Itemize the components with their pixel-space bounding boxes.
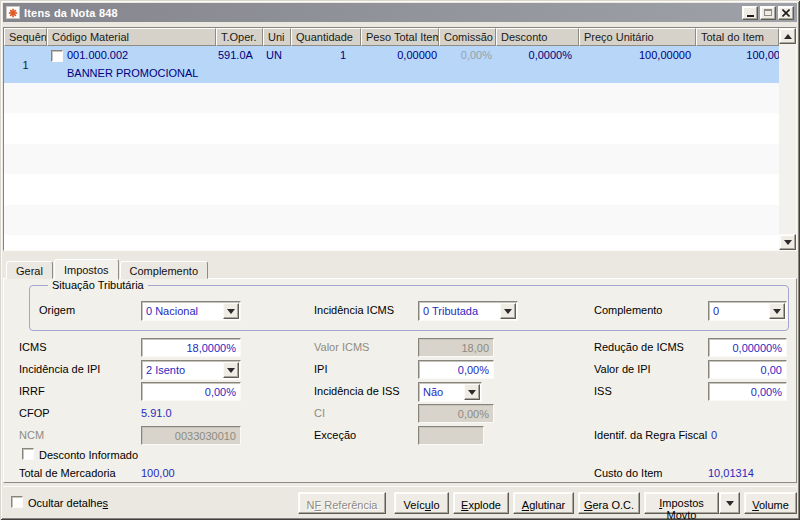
incidencia-iss-value: Não <box>423 386 463 398</box>
complemento-value: 0 <box>713 305 768 317</box>
chevron-down-icon <box>227 309 235 314</box>
incidencia-icms-combo[interactable]: 0 Tributada <box>418 301 518 321</box>
incidencia-iss-combo-button[interactable] <box>464 384 480 400</box>
items-grid: Sequência Código Material T.Oper. Uni Qu… <box>3 27 797 251</box>
chevron-down-icon <box>726 501 734 506</box>
column-header-total-item[interactable]: Total do Item <box>696 28 779 46</box>
incidencia-iss-combo[interactable]: Não <box>418 382 482 402</box>
minimize-icon <box>747 15 754 17</box>
reducao-icms-input[interactable] <box>708 338 787 357</box>
maximize-icon <box>764 9 772 16</box>
reducao-icms-label: Redução de ICMS <box>594 341 684 353</box>
scroll-up-button[interactable] <box>779 28 796 44</box>
column-header-preco-unitario[interactable]: Preço Unitário <box>579 28 696 46</box>
dialog-itens-da-nota: Itens da Nota 848 Sequência Código Mater… <box>0 0 800 520</box>
tab-geral[interactable]: Geral <box>6 261 53 279</box>
impostos-movto-button[interactable]: Impostos Movto <box>644 492 719 514</box>
incidencia-iss-label: Incidência de ISS <box>314 385 400 397</box>
iss-input[interactable] <box>708 382 787 401</box>
incidencia-icms-value: 0 Tributada <box>423 305 499 317</box>
close-icon <box>782 9 790 17</box>
origem-value: 0 Nacional <box>146 305 222 317</box>
regra-fiscal-label: Identif. da Regra Fiscal <box>594 429 707 441</box>
incidencia-ipi-combo[interactable]: 2 Isento <box>141 360 241 380</box>
incidencia-ipi-value: 2 Isento <box>146 364 222 376</box>
desconto-informado-checkbox[interactable] <box>22 448 34 460</box>
column-header-uni[interactable]: Uni <box>263 28 291 46</box>
tab-impostos[interactable]: Impostos <box>54 259 119 280</box>
ocultar-detalhes-checkbox[interactable] <box>11 496 23 508</box>
explode-button[interactable]: Explode <box>453 492 509 514</box>
row-checkbox[interactable] <box>51 50 63 62</box>
valor-ipi-label: Valor de IPI <box>594 363 651 375</box>
cell-sequencia: 1 <box>4 46 47 83</box>
origem-label: Origem <box>39 304 75 316</box>
complemento-label: Complemento <box>594 304 662 316</box>
cell-preco-unitario: 100,00000 <box>581 49 691 61</box>
group-title: Situação Tributária <box>48 279 148 291</box>
column-header-peso-total[interactable]: Peso Total Item <box>361 28 439 46</box>
chevron-down-icon <box>504 309 512 314</box>
volume-button[interactable]: Volume <box>744 492 797 514</box>
cell-desconto: 0,0000% <box>498 49 572 61</box>
impostos-movto-dropdown-button[interactable] <box>719 492 740 514</box>
cell-comissao: 0,00% <box>441 49 492 61</box>
scroll-down-button[interactable] <box>779 234 796 250</box>
vertical-scrollbar[interactable] <box>779 28 796 250</box>
icms-label: ICMS <box>19 341 47 353</box>
cell-total-item: 100,00 <box>694 49 780 61</box>
tab-complemento[interactable]: Complemento <box>120 261 208 279</box>
irrf-input[interactable] <box>141 382 241 401</box>
irrf-label: IRRF <box>19 385 45 397</box>
chevron-down-icon <box>227 368 235 373</box>
grid-empty-area <box>4 83 779 250</box>
minimize-button[interactable] <box>742 6 758 20</box>
ncm-input <box>141 426 241 445</box>
valor-ipi-input[interactable] <box>708 360 787 379</box>
ocultar-detalhes-label: Ocultar detalhes <box>28 497 108 509</box>
iss-label: ISS <box>594 385 612 397</box>
grid-header: Sequência Código Material T.Oper. Uni Qu… <box>4 28 779 46</box>
total-mercadoria-label: Total de Mercadoria <box>19 467 116 479</box>
cell-peso-total: 0,00000 <box>363 49 437 61</box>
incidencia-ipi-combo-button[interactable] <box>223 362 239 378</box>
column-header-toper[interactable]: T.Oper. <box>216 28 263 46</box>
title-bar[interactable]: Itens da Nota 848 <box>3 3 797 22</box>
table-row[interactable]: 1 001.000.002 BANNER PROMOCIONAL 591.0A … <box>4 46 779 83</box>
custo-item-value: 10,01314 <box>708 467 754 479</box>
window-title: Itens da Nota 848 <box>24 7 740 19</box>
maximize-button[interactable] <box>760 6 776 20</box>
cell-toper: 591.0A <box>218 49 253 61</box>
column-header-sequencia[interactable]: Sequência <box>4 28 47 46</box>
origem-combo-button[interactable] <box>223 303 239 319</box>
column-header-comissao[interactable]: Comissão <box>439 28 496 46</box>
valor-icms-input <box>418 338 494 357</box>
ci-label: CI <box>314 407 325 419</box>
column-header-codigo-material[interactable]: Código Material <box>47 28 216 46</box>
chevron-down-icon <box>773 309 781 314</box>
excecao-label: Exceção <box>314 429 356 441</box>
valor-icms-label: Valor ICMS <box>314 341 369 353</box>
column-header-desconto[interactable]: Desconto <box>496 28 579 46</box>
ipi-input[interactable] <box>418 360 494 379</box>
cell-uni: UN <box>266 49 282 61</box>
gera-oc-button[interactable]: Gera O.C. <box>578 492 640 514</box>
footer-bar: Ocultar detalhes NF Referência Veículo E… <box>3 486 797 517</box>
column-header-quantidade[interactable]: Quantidade <box>291 28 361 46</box>
complemento-combo-button[interactable] <box>769 303 785 319</box>
incidencia-ipi-label: Incidência de IPI <box>19 363 100 375</box>
incidencia-icms-combo-button[interactable] <box>500 303 516 319</box>
complemento-combo[interactable]: 0 <box>708 301 787 321</box>
chevron-down-icon <box>468 390 476 395</box>
icms-input[interactable] <box>141 338 241 357</box>
cell-descricao-material: BANNER PROMOCIONAL <box>67 67 198 79</box>
close-button[interactable] <box>778 6 794 20</box>
total-mercadoria-value: 100,00 <box>141 467 175 479</box>
veiculo-button[interactable]: Veículo <box>394 492 449 514</box>
cell-quantidade: 1 <box>293 49 346 61</box>
scroll-down-icon <box>784 240 792 245</box>
regra-fiscal-value: 0 <box>711 429 717 441</box>
app-icon-glyph <box>8 8 18 18</box>
origem-combo[interactable]: 0 Nacional <box>141 301 241 321</box>
aglutinar-button[interactable]: Aglutinar <box>513 492 574 514</box>
